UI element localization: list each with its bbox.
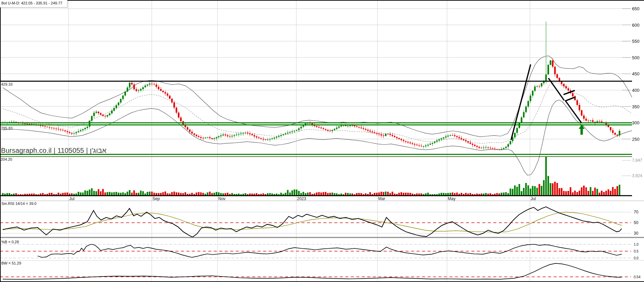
candle-body xyxy=(329,131,331,131)
volume-bar xyxy=(24,194,26,195)
candle-body xyxy=(243,133,244,134)
bollinger-middle-band xyxy=(3,83,631,144)
candle-body xyxy=(127,87,128,91)
candle-body xyxy=(610,127,611,130)
candle-body xyxy=(363,128,364,129)
candle-body xyxy=(187,127,188,130)
volume-bar xyxy=(96,191,97,195)
volume-bar xyxy=(414,194,416,195)
volume-bar xyxy=(463,194,465,195)
candle-body xyxy=(438,139,440,140)
volume-bar xyxy=(202,193,204,195)
candle-body xyxy=(145,86,146,87)
volume-bar xyxy=(249,194,251,195)
candle-body xyxy=(189,130,191,132)
volume-bar xyxy=(283,194,284,195)
volume-bar xyxy=(78,192,79,195)
candle-body xyxy=(398,138,400,139)
rsi-panel-label: Sm.RSI 14/14 = 39.0 xyxy=(1,201,36,206)
volume-bar xyxy=(617,186,618,195)
volume-bar xyxy=(185,192,186,195)
candle-body xyxy=(156,85,157,87)
candle-body xyxy=(409,143,411,143)
candle-body xyxy=(151,84,153,84)
volume-bar xyxy=(325,192,326,195)
volume-bar xyxy=(523,188,525,195)
volume-bar xyxy=(156,193,157,195)
volume-bar xyxy=(234,194,235,195)
volume-bar xyxy=(351,194,353,195)
volume-bar xyxy=(115,192,117,195)
candle-body xyxy=(42,126,44,126)
volume-bar xyxy=(314,194,315,195)
volume-bar xyxy=(392,192,393,195)
volume-bar xyxy=(541,186,543,195)
volume-bar xyxy=(583,186,585,195)
candle-body xyxy=(51,127,53,128)
candle-body xyxy=(267,139,269,140)
candle-body xyxy=(360,127,362,128)
volume-bar xyxy=(563,191,565,195)
volume-bar xyxy=(536,188,538,195)
volume-bar xyxy=(494,194,496,195)
candle-body xyxy=(327,130,329,131)
candle-body xyxy=(245,133,246,133)
candle-body xyxy=(298,128,300,130)
volume-bar xyxy=(169,194,171,195)
candle-body xyxy=(202,138,204,138)
volume-bar xyxy=(316,193,318,195)
candle-body xyxy=(476,146,478,147)
candle-body xyxy=(614,133,616,135)
candle-body xyxy=(194,133,195,135)
volume-bar xyxy=(505,192,507,195)
candle-body xyxy=(523,112,525,118)
volume-bar xyxy=(398,193,400,195)
candle-body xyxy=(136,89,137,91)
volume-bar xyxy=(107,192,108,195)
candle-body xyxy=(218,136,220,137)
volume-bar xyxy=(447,193,449,195)
volume-bar xyxy=(127,192,128,195)
candle-body xyxy=(536,86,538,87)
volume-bar xyxy=(49,193,50,195)
candle-body xyxy=(69,132,71,133)
volume-bar xyxy=(11,194,13,195)
volume-bar xyxy=(124,193,126,195)
candle-body xyxy=(47,127,48,127)
volume-bar xyxy=(619,185,620,195)
volume-bar xyxy=(171,192,173,195)
candle-body xyxy=(427,145,429,145)
candle-body xyxy=(200,137,202,138)
candle-body xyxy=(490,148,491,148)
volume-bar xyxy=(133,191,135,195)
volume-bar xyxy=(225,193,226,195)
volume-bar xyxy=(262,193,264,195)
candle-body xyxy=(467,141,469,143)
candle-body xyxy=(205,137,206,138)
candle-body xyxy=(577,100,578,105)
candle-body xyxy=(334,129,335,130)
volume-bar xyxy=(436,194,438,195)
candle-body xyxy=(583,115,585,119)
volume-bar xyxy=(194,194,195,195)
volume-bar xyxy=(481,194,482,195)
volume-bar xyxy=(80,193,82,195)
price-tick-label: 350 xyxy=(632,104,640,109)
volume-bar xyxy=(84,191,86,195)
candle-body xyxy=(251,134,253,135)
indicator-tick-label: 30 xyxy=(634,231,639,236)
candle-body xyxy=(71,133,73,134)
candle-body xyxy=(102,115,104,116)
bandwidth-panel-label: BW = 51.29 xyxy=(1,261,21,265)
candle-body xyxy=(612,130,614,133)
candle-body xyxy=(358,127,360,128)
volume-bar xyxy=(122,192,124,195)
price-chart-canvas[interactable]: 6506005505004504003503002507,8473,924Jul… xyxy=(0,0,644,282)
candle-body xyxy=(231,136,233,136)
candle-body xyxy=(229,136,231,137)
volume-bar xyxy=(585,187,587,195)
volume-bar xyxy=(400,192,402,195)
volume-bar xyxy=(75,194,77,195)
volume-bar xyxy=(605,191,607,195)
candle-body xyxy=(62,130,64,130)
